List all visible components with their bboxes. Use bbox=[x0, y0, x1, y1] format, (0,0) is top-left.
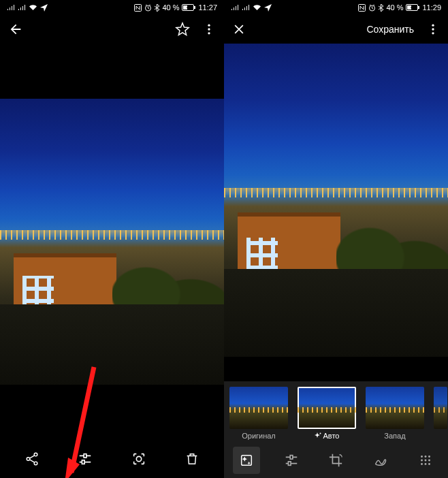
photo-area[interactable] bbox=[0, 44, 224, 440]
battery-icon bbox=[182, 4, 195, 11]
clock-label: 11:29 bbox=[422, 3, 441, 12]
svg-rect-13 bbox=[84, 454, 87, 458]
status-right: 40 % 11:29 bbox=[358, 3, 441, 12]
back-button[interactable] bbox=[8, 22, 23, 37]
status-bar: 40 % 11:29 bbox=[224, 0, 448, 15]
svg-point-11 bbox=[34, 462, 37, 465]
crop-tab-button[interactable] bbox=[322, 447, 349, 474]
svg-rect-12 bbox=[82, 460, 85, 464]
filter-thumb bbox=[434, 387, 447, 429]
svg-rect-19 bbox=[418, 6, 419, 9]
filter-item-original[interactable]: Оригинал bbox=[229, 387, 288, 440]
alarm-icon bbox=[368, 4, 376, 12]
svg-point-27 bbox=[421, 456, 423, 458]
filter-strip: Оригинал Авто Запад bbox=[224, 381, 448, 443]
filter-item-next[interactable] bbox=[434, 387, 447, 440]
svg-point-5 bbox=[208, 25, 210, 27]
status-right: 40 % 11:27 bbox=[134, 3, 217, 12]
svg-point-6 bbox=[208, 28, 210, 30]
wifi-icon bbox=[253, 4, 261, 11]
svg-point-28 bbox=[425, 456, 427, 458]
signal-icon bbox=[7, 4, 15, 11]
nfc-icon bbox=[134, 4, 142, 12]
svg-point-29 bbox=[428, 456, 430, 458]
viewer-top-bar bbox=[0, 15, 224, 44]
battery-percent: 40 % bbox=[162, 3, 179, 12]
filter-label: Запад bbox=[384, 432, 405, 440]
svg-point-7 bbox=[208, 32, 210, 34]
status-bar: 40 % 11:27 bbox=[0, 0, 224, 15]
alarm-icon bbox=[144, 4, 152, 12]
svg-rect-24 bbox=[242, 456, 252, 466]
signal-icon-2 bbox=[242, 4, 250, 11]
nfc-icon bbox=[358, 4, 366, 12]
filters-tab-button[interactable] bbox=[233, 447, 260, 474]
svg-point-30 bbox=[421, 460, 423, 462]
svg-rect-4 bbox=[194, 6, 195, 9]
adjust-tab-button[interactable] bbox=[278, 447, 305, 474]
filter-label: Оригинал bbox=[242, 432, 276, 440]
svg-rect-26 bbox=[290, 456, 293, 460]
filter-thumb bbox=[298, 387, 356, 429]
bluetooth-icon bbox=[155, 4, 159, 12]
editor-photo-area[interactable] bbox=[224, 44, 448, 381]
viewer-bottom-bar bbox=[0, 440, 224, 478]
clock-label: 11:27 bbox=[198, 3, 217, 12]
photo-viewer-screen: 40 % 11:27 bbox=[0, 0, 224, 478]
overflow-button[interactable] bbox=[202, 22, 216, 37]
filter-item-auto[interactable]: Авто bbox=[298, 387, 356, 440]
svg-point-22 bbox=[432, 32, 434, 34]
status-left bbox=[7, 4, 48, 12]
favorite-button[interactable] bbox=[175, 22, 190, 37]
svg-point-32 bbox=[428, 460, 430, 462]
svg-point-33 bbox=[421, 463, 423, 465]
send-icon bbox=[40, 4, 48, 12]
svg-point-20 bbox=[432, 25, 434, 27]
svg-rect-25 bbox=[288, 462, 291, 466]
svg-point-23 bbox=[319, 433, 321, 434]
editor-top-bar: Сохранить bbox=[224, 15, 448, 44]
photo-preview bbox=[224, 44, 448, 357]
lens-button[interactable] bbox=[131, 451, 146, 466]
svg-point-9 bbox=[34, 453, 37, 456]
auto-sparkle-icon bbox=[315, 432, 321, 439]
filter-item-west[interactable]: Запад bbox=[366, 387, 424, 440]
battery-icon bbox=[406, 4, 419, 11]
save-button[interactable]: Сохранить bbox=[366, 24, 414, 35]
svg-point-34 bbox=[425, 463, 427, 465]
filter-label: Авто bbox=[315, 432, 340, 440]
photo-editor-screen: 40 % 11:29 Сохранить Оригинал bbox=[224, 0, 448, 478]
signal-icon bbox=[231, 4, 239, 11]
wifi-icon bbox=[29, 4, 37, 11]
more-tab-button[interactable] bbox=[412, 447, 439, 474]
svg-point-35 bbox=[428, 463, 430, 465]
bluetooth-icon bbox=[379, 4, 383, 12]
filter-thumb bbox=[366, 387, 424, 429]
edit-button[interactable] bbox=[78, 451, 93, 466]
svg-point-14 bbox=[136, 456, 141, 461]
filter-thumb bbox=[229, 387, 288, 429]
svg-rect-18 bbox=[407, 5, 411, 10]
battery-percent: 40 % bbox=[386, 3, 403, 12]
photo-preview bbox=[0, 99, 224, 385]
svg-point-21 bbox=[432, 28, 434, 30]
svg-rect-3 bbox=[183, 5, 187, 10]
signal-icon-2 bbox=[18, 4, 26, 11]
delete-button[interactable] bbox=[185, 451, 199, 466]
close-button[interactable] bbox=[232, 22, 246, 36]
svg-point-31 bbox=[425, 460, 427, 462]
status-left bbox=[231, 4, 272, 12]
markup-tab-button[interactable] bbox=[367, 447, 394, 474]
send-icon bbox=[264, 4, 272, 12]
share-button[interactable] bbox=[25, 451, 39, 466]
overflow-button[interactable] bbox=[426, 22, 440, 37]
editor-bottom-bar bbox=[224, 443, 448, 478]
